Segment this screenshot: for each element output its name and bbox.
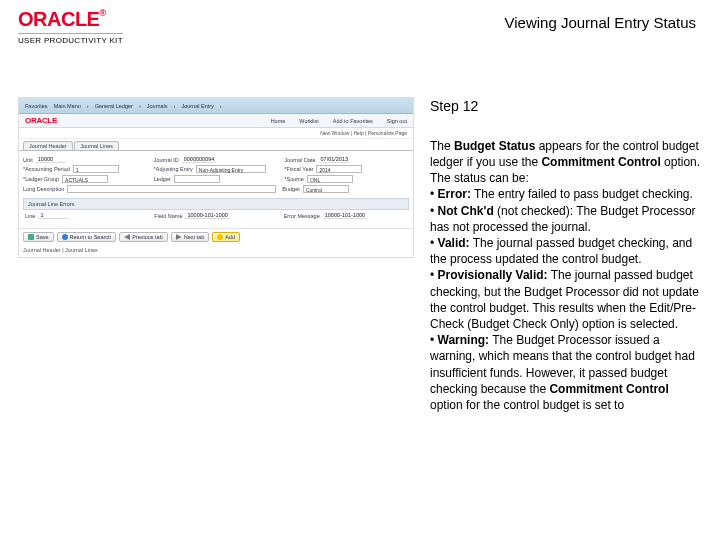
tab-journal-lines: Journal Lines bbox=[74, 141, 119, 150]
breadcrumb: Favorites Main Menu › General Ledger › J… bbox=[19, 98, 413, 114]
next-tab-button: Next tab bbox=[171, 232, 209, 242]
bullet-notchkd: • Not Chk'd (not checked): The Budget Pr… bbox=[430, 203, 702, 235]
breadcrumb-item: Main Menu bbox=[54, 103, 81, 109]
form-area: Unit10000 Journal ID0000000094 Journal D… bbox=[19, 150, 413, 225]
oracle-logo: ORACLE® bbox=[18, 8, 106, 31]
nav-home: Home bbox=[271, 118, 286, 124]
nav-worklist: Worklist bbox=[299, 118, 318, 124]
journal-line-errors: Journal Line Errors bbox=[23, 198, 409, 210]
chevron-left-icon bbox=[124, 234, 130, 240]
nav-signout: Sign out bbox=[387, 118, 407, 124]
app-logo: ORACLE bbox=[25, 116, 57, 125]
add-button: Add bbox=[212, 232, 240, 242]
step-label: Step 12 bbox=[430, 97, 702, 116]
chevron-right-icon bbox=[176, 234, 182, 240]
breadcrumb-item: General Ledger bbox=[95, 103, 133, 109]
return-button: Return to Search bbox=[57, 232, 117, 242]
app-nav: ORACLE Home Worklist Add to Favorites Si… bbox=[19, 114, 413, 128]
button-bar: Save Return to Search Previous tab Next … bbox=[19, 228, 413, 245]
page-tools: New Window | Help | Personalize Page bbox=[19, 128, 413, 139]
save-icon bbox=[28, 234, 34, 240]
bullet-valid: • Valid: The journal passed budget check… bbox=[430, 235, 702, 267]
bullet-warning: • Warning: The Budget Processor issued a… bbox=[430, 332, 702, 413]
app-screenshot: Favorites Main Menu › General Ledger › J… bbox=[18, 97, 414, 413]
brand-block: ORACLE® USER PRODUCTIVITY KIT bbox=[18, 8, 158, 45]
footer-links: Journal Header | Journal Lines bbox=[19, 245, 413, 257]
breadcrumb-item: Journals bbox=[147, 103, 168, 109]
tab-journal-header: Journal Header bbox=[23, 141, 73, 150]
bullet-error: • Error: The entry failed to pass budget… bbox=[430, 186, 702, 202]
save-button: Save bbox=[23, 232, 54, 242]
breadcrumb-item: Favorites bbox=[25, 103, 48, 109]
return-icon bbox=[62, 234, 68, 240]
instruction-text: Step 12 The Budget Status appears for th… bbox=[430, 97, 702, 413]
bullet-prov-valid: • Provisionally Valid: The journal passe… bbox=[430, 267, 702, 332]
intro-paragraph: The Budget Status appears for the contro… bbox=[430, 138, 702, 187]
product-label: USER PRODUCTIVITY KIT bbox=[18, 33, 123, 45]
nav-favorites: Add to Favorites bbox=[333, 118, 373, 124]
plus-icon bbox=[217, 234, 223, 240]
tab-bar: Journal Header Journal Lines bbox=[19, 139, 413, 150]
page-title: Viewing Journal Entry Status bbox=[158, 8, 702, 31]
breadcrumb-item: Journal Entry bbox=[181, 103, 213, 109]
prev-tab-button: Previous tab bbox=[119, 232, 168, 242]
